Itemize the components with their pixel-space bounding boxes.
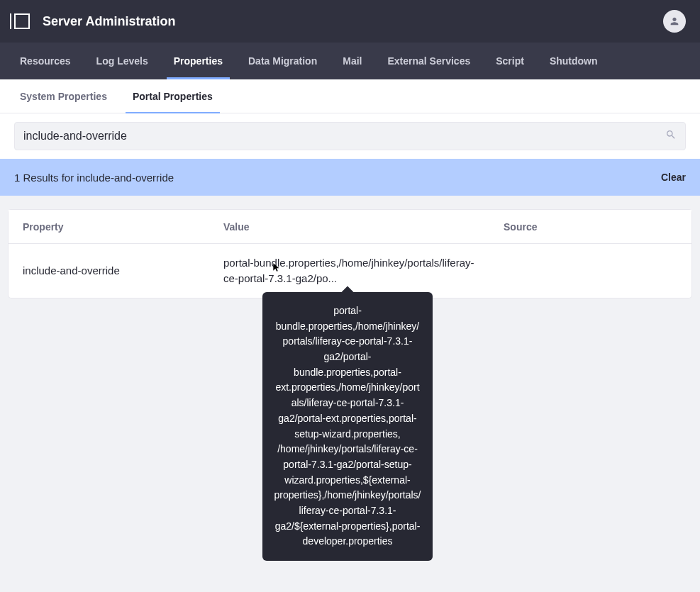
clear-button[interactable]: Clear: [661, 172, 686, 183]
tab-portal-properties[interactable]: Portal Properties: [120, 79, 226, 113]
sub-tabs: System Properties Portal Properties: [0, 79, 700, 113]
user-avatar[interactable]: [663, 10, 686, 33]
user-icon: [669, 16, 680, 27]
topbar-left: Server Administration: [14, 13, 175, 29]
table-body: include-and-override portal-bundle.prope…: [9, 244, 691, 298]
results-text: 1 Results for include-and-override: [14, 172, 174, 184]
menu-toggle-icon[interactable]: [14, 13, 30, 29]
cell-value: portal-bundle.properties,/home/jhinkey/p…: [223, 255, 504, 286]
value-tooltip: portal-bundle.properties,/home/jhinkey/p…: [262, 292, 433, 561]
header-value: Value: [223, 221, 504, 233]
tab-system-properties[interactable]: System Properties: [7, 79, 120, 113]
tab-resources[interactable]: Resources: [7, 43, 84, 79]
results-bar: 1 Results for include-and-override Clear: [0, 159, 700, 196]
value-text: portal-bundle.properties,/home/jhinkey/p…: [223, 257, 474, 284]
tab-external-services[interactable]: External Services: [374, 43, 483, 79]
content-area: Property Value Source include-and-overri…: [0, 196, 700, 312]
tab-log-levels[interactable]: Log Levels: [84, 43, 161, 79]
header-property: Property: [23, 221, 223, 233]
cursor-icon: [272, 261, 282, 274]
page-title: Server Administration: [43, 14, 175, 29]
tab-script[interactable]: Script: [483, 43, 537, 79]
search-icon[interactable]: [665, 129, 677, 143]
topbar: Server Administration: [0, 0, 700, 43]
table-row: include-and-override portal-bundle.prope…: [9, 244, 691, 298]
tab-mail[interactable]: Mail: [330, 43, 374, 79]
main-tabs: Resources Log Levels Properties Data Mig…: [0, 43, 700, 79]
header-source: Source: [504, 221, 677, 233]
tab-data-migration[interactable]: Data Migration: [235, 43, 330, 79]
table-header: Property Value Source: [9, 210, 691, 244]
properties-table: Property Value Source include-and-overri…: [9, 210, 691, 298]
search-container: [0, 113, 700, 159]
tab-properties[interactable]: Properties: [161, 43, 235, 79]
search-input[interactable]: [23, 130, 665, 143]
tab-shutdown[interactable]: Shutdown: [537, 43, 611, 79]
cell-property: include-and-override: [23, 263, 223, 279]
search-box: [14, 122, 686, 150]
